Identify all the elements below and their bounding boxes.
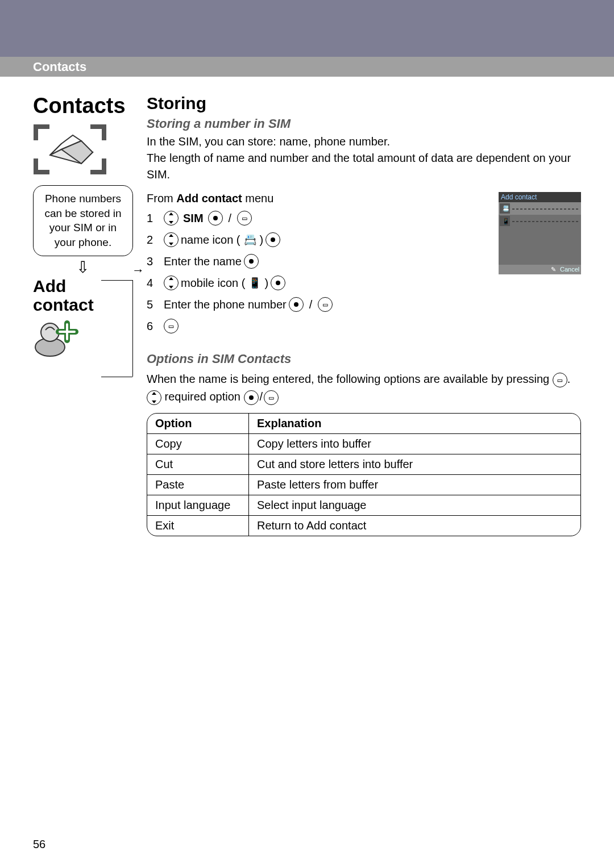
side-note: Phone numbers can be stored in your SIM … (33, 185, 133, 256)
select-key-icon (244, 254, 259, 269)
step-item: 6▭ (147, 315, 581, 337)
options-line2: required option /▭ (147, 389, 581, 405)
sim-paragraph-1: In the SIM, you can store: name, phone n… (147, 133, 581, 150)
step-number: 5 (147, 294, 159, 315)
cell-explanation: Select input language (249, 495, 580, 515)
step-content: ▭ (164, 319, 179, 333)
steps-block: Add contact 📇 📱 ✎ Cancel From Add contac… (147, 192, 581, 337)
step-content: mobile icon ( 📱 ) (164, 272, 285, 294)
menu-key-icon: ▭ (164, 319, 179, 333)
step-content: name icon (📇) (164, 229, 280, 251)
slash: / (227, 207, 233, 229)
options-p-prefix: When the name is being entered, the foll… (147, 373, 553, 385)
step-number: 6 (147, 315, 159, 337)
slash: / (259, 390, 264, 403)
cell-explanation: Return to Add contact (249, 515, 580, 536)
section-h2: Storing (147, 94, 581, 113)
step-text: ) (264, 272, 268, 294)
options-p-suffix: . (567, 373, 571, 385)
step-number: 4 (147, 272, 159, 294)
table-row: Input languageSelect input language (147, 495, 580, 515)
th-option: Option (147, 414, 249, 433)
nav-key-icon (164, 232, 179, 247)
svg-text:📱: 📱 (502, 217, 510, 225)
connector-vert (132, 280, 133, 377)
section-header: Contacts (0, 57, 614, 77)
breadcrumb: Contacts (33, 60, 86, 74)
from-prefix: From (147, 192, 176, 205)
step-text: name icon ( (181, 229, 240, 251)
page-title: Contacts (33, 94, 135, 118)
select-key-icon (265, 232, 280, 247)
step-text-bold: SIM (183, 207, 204, 229)
menu-key-icon: ▭ (318, 297, 333, 312)
step-item: 5Enter the phone number / ▭ (147, 294, 581, 315)
svg-text:✎: ✎ (551, 266, 556, 273)
add-contact-icon (33, 318, 78, 357)
phone-softkey-right: Cancel (560, 266, 579, 273)
connector-horiz-top (101, 280, 132, 281)
top-band (0, 0, 614, 57)
cell-explanation: Cut and store letters into buffer (249, 454, 580, 474)
cell-option: Copy (147, 433, 249, 454)
subheading-options: Options in SIM Contacts (147, 352, 581, 366)
from-bold: Add contact (176, 192, 242, 205)
mobile-glyph-icon: 📱 (247, 273, 262, 293)
th-explanation: Explanation (249, 414, 580, 433)
step-number: 3 (147, 251, 159, 272)
step-number: 2 (147, 229, 159, 251)
cell-option: Paste (147, 474, 249, 495)
step-item: 4 mobile icon ( 📱 ) (147, 272, 581, 294)
cell-option: Cut (147, 454, 249, 474)
add-contact-heading: Add contact (33, 277, 135, 314)
nav-key-icon (164, 276, 179, 290)
table-header-row: Option Explanation (147, 414, 580, 433)
svg-text:📇: 📇 (502, 205, 510, 212)
cell-option: Exit (147, 515, 249, 536)
table-row: CopyCopy letters into buffer (147, 433, 580, 454)
select-key-icon (244, 390, 259, 405)
table-row: PastePaste letters from buffer (147, 474, 580, 495)
page-number: 56 (33, 838, 45, 851)
step-content: SIM / ▭ (164, 207, 252, 229)
subheading-sim: Storing a number in SIM (147, 116, 581, 131)
nav-key-icon (164, 211, 179, 226)
page-body: Contacts Phone numbers can be stored in … (0, 77, 614, 868)
options-table: Option Explanation CopyCopy letters into… (147, 413, 581, 536)
options-line2-mid: required option (161, 390, 244, 403)
step-content: Enter the phone number / ▭ (164, 294, 333, 315)
table-row: ExitReturn to Add contact (147, 515, 580, 536)
step-text: Enter the name (164, 251, 242, 272)
select-key-icon (208, 211, 223, 226)
sim-paragraph-2: The length of name and number and the to… (147, 150, 581, 183)
cell-option: Input language (147, 495, 249, 515)
name-glyph-icon: 📇 (243, 230, 258, 249)
step-number: 1 (147, 207, 159, 229)
phone-title: Add contact (501, 193, 537, 201)
slash: / (308, 294, 314, 315)
options-paragraph: When the name is being entered, the foll… (147, 371, 581, 387)
table-row: CutCut and store letters into buffer (147, 454, 580, 474)
contacts-icon (33, 124, 107, 175)
menu-key-icon: ▭ (553, 373, 567, 387)
connector-horiz-bottom (101, 377, 132, 377)
from-suffix: menu (242, 192, 274, 205)
menu-key-icon: ▭ (237, 211, 252, 226)
add-line2: contact (33, 295, 94, 314)
step-text: Enter the phone number (164, 294, 287, 315)
add-line1: Add (33, 277, 66, 295)
left-column: Contacts Phone numbers can be stored in … (33, 94, 135, 357)
main-column: Storing Storing a number in SIM In the S… (147, 94, 581, 536)
step-text: mobile icon ( (181, 272, 245, 294)
connector-arrow-icon: → (132, 263, 144, 278)
cell-explanation: Copy letters into buffer (249, 433, 580, 454)
step-text: ) (260, 229, 264, 251)
cell-explanation: Paste letters from buffer (249, 474, 580, 495)
down-arrow-icon: ⇩ (33, 260, 132, 276)
phone-screenshot: Add contact 📇 📱 ✎ Cancel (499, 192, 581, 274)
select-key-icon (289, 297, 304, 312)
nav-key-icon (147, 390, 161, 405)
menu-key-icon: ▭ (264, 390, 279, 405)
step-content: Enter the name (164, 251, 259, 272)
select-key-icon (271, 276, 285, 290)
